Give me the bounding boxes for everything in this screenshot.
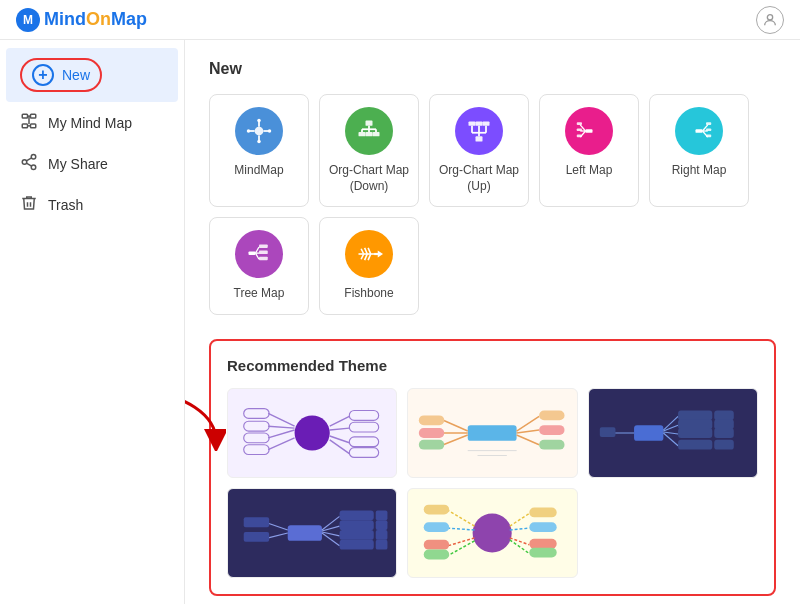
map-type-right-map[interactable]: Right Map [649,94,749,207]
new-plus-icon: + [32,64,54,86]
sidebar-item-my-mind-map[interactable]: My Mind Map [0,102,184,143]
svg-rect-142 [424,549,449,559]
map-type-tree-map[interactable]: Tree Map [209,217,309,315]
svg-rect-60 [259,257,268,261]
org-chart-down-label: Org-Chart Map(Down) [329,163,409,194]
svg-rect-40 [586,129,593,133]
svg-rect-54 [249,252,256,256]
svg-marker-63 [378,251,383,258]
svg-point-10 [31,165,36,170]
sidebar: + New My Mind Map [0,40,185,604]
svg-rect-39 [483,121,490,125]
svg-rect-108 [714,419,734,429]
svg-line-96 [517,430,539,433]
svg-line-88 [444,420,468,431]
svg-rect-119 [340,510,374,520]
svg-rect-30 [373,132,380,136]
recommended-title: Recommended Theme [227,357,758,374]
svg-line-65 [365,248,368,254]
svg-rect-126 [376,530,388,540]
org-chart-up-label: Org-Chart Map (Up) [438,163,520,194]
svg-rect-110 [678,428,712,438]
sidebar-item-trash[interactable]: Trash [0,184,184,225]
svg-line-139 [448,538,474,546]
theme-card-4[interactable] [227,488,397,578]
map-types-grid: MindMap Org-C [209,94,776,315]
mindmap-label: MindMap [234,163,283,179]
svg-line-92 [444,435,468,445]
svg-line-69 [368,254,371,260]
theme-card-1[interactable] [227,388,397,478]
svg-rect-2 [31,114,36,118]
svg-rect-1 [22,114,27,118]
svg-point-19 [257,140,261,144]
svg-line-143 [510,513,530,526]
svg-rect-47 [696,129,703,133]
svg-line-77 [268,438,294,450]
tree-map-label: Tree Map [234,286,285,302]
svg-rect-117 [288,525,322,541]
svg-line-137 [448,528,474,530]
svg-rect-111 [714,428,734,438]
mindmap-icon [235,107,283,155]
logo-icon: M [16,8,40,32]
sidebar-item-my-share[interactable]: My Share [0,143,184,184]
svg-line-81 [330,428,350,430]
svg-line-67 [361,254,364,259]
svg-rect-80 [349,410,378,420]
svg-point-0 [767,14,772,19]
svg-rect-58 [259,245,268,249]
svg-rect-93 [419,440,444,450]
svg-rect-102 [634,425,663,441]
svg-line-55 [256,247,260,253]
theme-card-5[interactable] [407,488,577,578]
svg-line-68 [365,254,368,260]
svg-rect-129 [376,540,388,550]
svg-point-20 [247,129,251,133]
theme-card-3[interactable] [588,388,758,478]
svg-rect-78 [244,445,269,455]
svg-point-18 [257,119,261,123]
svg-point-21 [268,129,272,133]
right-map-icon [675,107,723,155]
svg-rect-51 [706,122,711,125]
fishbone-icon [345,230,393,278]
user-avatar-icon[interactable] [756,6,784,34]
sidebar-item-new[interactable]: + New [6,48,178,102]
left-map-label: Left Map [566,163,613,179]
svg-rect-148 [530,539,557,549]
svg-rect-37 [469,121,476,125]
map-type-fishbone[interactable]: Fishbone [319,217,419,315]
my-mind-map-label: My Mind Map [48,115,132,131]
svg-rect-59 [259,251,268,255]
map-type-org-chart-down[interactable]: Org-Chart Map(Down) [319,94,419,207]
svg-line-66 [368,248,371,254]
svg-rect-107 [678,419,712,429]
svg-line-130 [268,523,288,530]
my-mind-map-icon [20,112,38,133]
svg-rect-150 [530,547,557,557]
svg-rect-46 [577,135,582,138]
svg-rect-3 [22,124,27,128]
svg-rect-82 [349,422,378,432]
svg-line-94 [517,416,539,431]
svg-rect-138 [424,522,449,532]
svg-line-79 [330,416,350,426]
svg-rect-76 [244,433,269,443]
svg-rect-131 [244,517,269,527]
map-type-org-chart-up[interactable]: Org-Chart Map (Up) [429,94,529,207]
recommended-section: Recommended Theme [209,339,776,596]
svg-rect-144 [530,507,557,517]
svg-line-12 [26,158,31,161]
svg-rect-28 [359,132,366,136]
svg-line-98 [517,435,539,445]
svg-line-64 [361,249,364,254]
map-type-left-map[interactable]: Left Map [539,94,639,207]
svg-point-134 [473,513,512,552]
trash-label: Trash [48,197,83,213]
trash-icon [20,194,38,215]
theme-card-2[interactable] [407,388,577,478]
content-area: New MindM [185,40,800,604]
map-type-mindmap[interactable]: MindMap [209,94,309,207]
logo: M MindOnMap [16,8,147,32]
